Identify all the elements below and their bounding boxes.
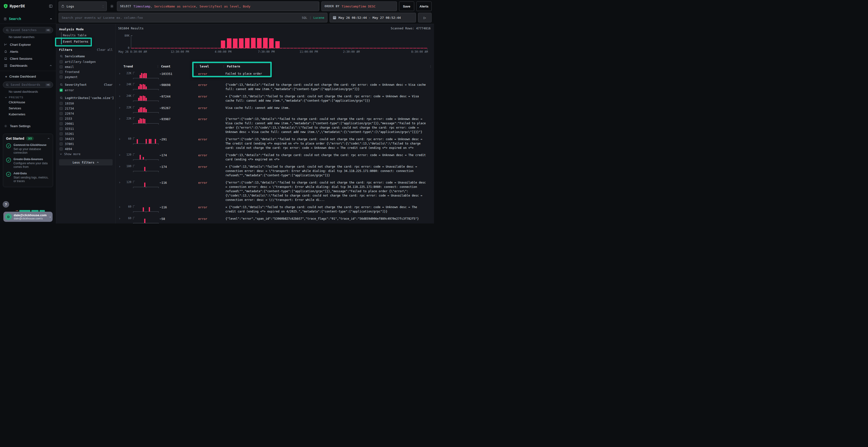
filter-option[interactable]: 33261 <box>60 131 113 136</box>
pattern-row[interactable]: ›120~174error{"code":13,"details":"faile… <box>117 151 434 163</box>
pattern-row[interactable]: ›24K~97244error✕ {"code":13,"details":"f… <box>117 93 434 104</box>
pattern-row[interactable]: ›60~116error✕ {"code":13,"details":"fail… <box>117 204 434 215</box>
date-range-picker[interactable]: May 26 08:52:44 - May 27 08:52:44 <box>330 13 416 23</box>
order-by-input[interactable]: ORDER BY TimestampTime DESC <box>321 1 397 11</box>
expand-chevron-icon[interactable]: › <box>118 205 123 209</box>
preset-item-clickhouse[interactable]: ClickHouse <box>3 99 53 105</box>
histogram-bar[interactable] <box>233 38 237 48</box>
select-query-input[interactable]: SELECT Timestamp, ServiceName as service… <box>117 1 319 11</box>
clear-all-button[interactable]: Clear all <box>97 48 113 51</box>
sidebar-collapse-icon[interactable] <box>49 4 53 8</box>
checkbox[interactable] <box>60 60 63 63</box>
pattern-row[interactable]: ›22K~103351errorFailed to place order <box>117 70 434 81</box>
col-trend[interactable]: Trend <box>123 65 160 68</box>
get-started-header[interactable]: Get Started 3/3 <box>6 137 50 140</box>
expand-chevron-icon[interactable]: › <box>118 72 123 75</box>
filter-option[interactable]: error <box>60 88 113 93</box>
sidebar-item-search[interactable]: Search <box>0 15 56 24</box>
histogram-bar[interactable] <box>239 38 243 48</box>
checkbox[interactable] <box>60 122 63 125</box>
sidebar-item-alerts[interactable]: Alerts <box>3 48 53 55</box>
checkbox[interactable] <box>60 142 63 145</box>
histogram-bar[interactable] <box>263 38 268 48</box>
filter-option[interactable]: payment <box>60 74 113 79</box>
source-select[interactable]: Logs <box>59 1 107 11</box>
user-menu[interactable]: D dale@clickhouse.com dale@clickhouse.co… <box>3 212 53 222</box>
expand-chevron-icon[interactable]: › <box>118 94 123 98</box>
filter-option[interactable]: 37801 <box>60 141 113 146</box>
saved-dashboards-input[interactable]: Saved Dashboards ⌘K <box>3 82 53 88</box>
histogram-bar[interactable] <box>245 38 249 48</box>
expand-chevron-icon[interactable]: › <box>118 117 123 121</box>
save-button[interactable]: Save <box>399 1 414 11</box>
expand-chevron-icon[interactable]: › <box>118 165 123 168</box>
source-settings-gear-icon[interactable] <box>109 1 115 11</box>
analysis-mode-results-table[interactable]: Results Table <box>59 33 113 38</box>
filter-option[interactable]: 22974 <box>60 111 113 116</box>
col-level[interactable]: ⋮level <box>198 65 225 68</box>
histogram-bar[interactable] <box>269 38 273 48</box>
histogram-bar[interactable] <box>251 38 255 48</box>
preset-item-kubernetes[interactable]: Kubernetes <box>3 111 53 117</box>
checkbox[interactable] <box>60 137 63 140</box>
kebab-icon[interactable]: ⋮ <box>195 65 198 68</box>
checkbox[interactable] <box>60 102 63 105</box>
kebab-icon[interactable]: ⋮ <box>156 65 159 68</box>
expand-chevron-icon[interactable]: › <box>118 216 123 220</box>
histogram-bar[interactable] <box>227 38 231 48</box>
filter-option[interactable]: 2333 <box>60 116 113 121</box>
lucene-toggle[interactable]: Lucene <box>313 16 324 20</box>
get-started-item[interactable]: Create Data SourcesConfigure where your … <box>6 158 50 169</box>
filter-option[interactable]: 34423 <box>60 136 113 141</box>
filter-option[interactable]: frontend <box>60 69 113 74</box>
checkbox[interactable] <box>60 112 63 115</box>
checkbox[interactable] <box>60 117 63 120</box>
chevron-up-icon[interactable] <box>50 64 52 67</box>
filter-option[interactable]: 21734 <box>60 106 113 111</box>
pattern-row[interactable]: ›22K~93987error{"error":{"code":13,"deta… <box>117 115 434 136</box>
chevron-up-icon[interactable] <box>47 137 50 140</box>
expand-chevron-icon[interactable]: › <box>118 153 123 157</box>
presets-toggle[interactable]: PRESETS <box>5 96 53 99</box>
histogram-bar[interactable] <box>221 40 225 48</box>
filter-option[interactable]: email <box>60 64 113 69</box>
get-started-item[interactable]: Connect to ClickHouseSet up your databas… <box>6 143 50 154</box>
sidebar-item-team-settings[interactable]: Team Settings <box>3 123 53 130</box>
checkbox[interactable] <box>60 147 63 150</box>
analysis-mode-event-patterns[interactable]: Event Patterns <box>59 39 113 44</box>
help-button[interactable]: ? <box>3 201 9 208</box>
checkbox[interactable] <box>60 107 63 110</box>
sidebar-item-chart-explorer[interactable]: Chart Explorer <box>3 41 53 48</box>
pattern-row[interactable]: ›24K~98698error{"code":13,"details":"fai… <box>117 81 434 93</box>
filter-option[interactable]: 29081 <box>60 121 113 126</box>
pattern-row[interactable]: ›22K~95267errorVisa cache full: cannot a… <box>117 104 434 115</box>
pattern-row[interactable]: ›180~174error✕ {"code":13,"details":"fai… <box>117 163 434 179</box>
query-language-toggle[interactable]: SQL | Lucene <box>302 16 324 20</box>
expand-chevron-icon[interactable]: › <box>118 82 123 87</box>
sidebar-item-dashboards[interactable]: Dashboards <box>3 62 53 69</box>
expand-chevron-icon[interactable]: › <box>118 137 123 141</box>
filter-option[interactable]: 19350 <box>60 101 113 106</box>
less-filters-button[interactable]: Less filters <box>59 159 113 166</box>
col-count[interactable]: ⋮Count <box>160 65 198 68</box>
col-pattern[interactable]: ⋮Pattern <box>225 65 429 68</box>
checkbox[interactable] <box>60 127 63 130</box>
checkbox[interactable] <box>60 75 63 78</box>
kebab-icon[interactable]: ⋮ <box>429 65 434 68</box>
saved-searches-input[interactable]: Saved Searches ⌘K <box>3 27 53 33</box>
checkbox[interactable] <box>60 132 63 135</box>
preset-item-services[interactable]: Services <box>3 105 53 111</box>
alerts-button[interactable]: Alerts <box>416 1 432 11</box>
run-query-button[interactable]: ▷ <box>418 13 432 23</box>
show-more-button[interactable]: Show more <box>59 151 113 156</box>
search-input[interactable]: Search your events w/ Lucene ex. column:… <box>59 13 328 23</box>
filter-option[interactable]: artillery-loadgen <box>60 59 113 64</box>
expand-chevron-icon[interactable]: › <box>118 180 123 184</box>
sql-toggle[interactable]: SQL <box>302 16 307 20</box>
pattern-row[interactable]: ›60~291error{"error":{"code":13,"details… <box>117 136 434 151</box>
checkbox[interactable] <box>60 65 63 68</box>
expand-chevron-icon[interactable]: › <box>118 106 123 110</box>
chevron-up-icon[interactable] <box>50 18 52 20</box>
filter-option[interactable]: 4894 <box>60 146 113 151</box>
results-histogram[interactable]: 80K 0 May 26 8:30:00 AM12:30:00 PM4:00:0… <box>131 35 427 54</box>
